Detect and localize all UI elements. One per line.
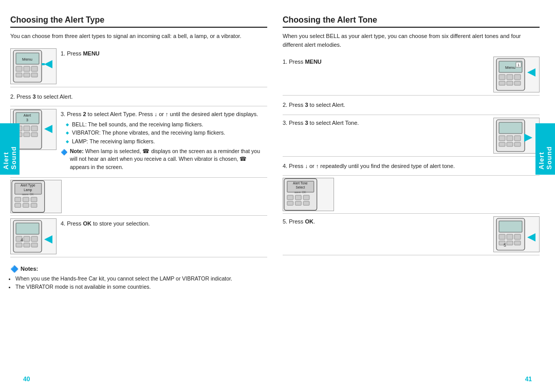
left-notes-title: 🔷 Notes: [10,265,267,273]
note-icon: 🔷 [61,148,68,157]
left-step-3: Alert 3 3 3. Press 2 to select Alert Typ… [10,106,267,178]
svg-text:aave: OK: aave: OK [294,191,306,194]
left-step-4-text: 4. Press OK to store your selection. [61,218,267,229]
bullet-vibrator: VIBRATOR: The phone vibrates, and the re… [66,129,267,137]
left-lamp-phone: Alert Type Lamp aave: OK [10,180,62,213]
svg-rect-79 [507,234,513,239]
svg-marker-64 [524,134,532,142]
svg-text:Alert Tone: Alert Tone [293,181,308,185]
svg-rect-51 [507,81,513,85]
left-note-2: The VIBRATOR mode is not available in so… [15,283,267,291]
svg-rect-29 [23,197,29,202]
svg-rect-62 [507,142,513,146]
right-step-3-text: 3. Press 3 to select Alert Tone. [283,118,489,128]
right-section-title: Choosing the Alert Tone [283,15,540,28]
right-step-5: 5. Press OK. 5 [283,214,540,255]
svg-rect-80 [514,234,521,239]
svg-text:Lamp: Lamp [24,188,32,192]
svg-rect-70 [287,195,293,200]
svg-text:aave: OK: aave: OK [22,193,34,196]
right-step-1-text: 1. Press MENU [283,57,489,67]
svg-rect-35 [16,223,39,234]
right-step-5-image: 5 [493,216,540,252]
left-step-1: Menu 1. Press MENU [10,46,267,87]
svg-marker-85 [527,233,535,241]
svg-rect-17 [31,126,38,131]
svg-rect-47 [499,74,505,80]
left-step-3-text: 3. Press 2 to select Alert Type. Press ↓… [61,109,267,175]
left-page-number: 40 [23,376,30,383]
svg-text:Alert: Alert [24,114,31,117]
svg-text:Menu: Menu [22,57,32,62]
svg-rect-48 [507,74,513,80]
side-tab-left: Alert Sound [0,123,20,175]
right-section-intro: When you select BELL as your alert type,… [283,32,540,49]
svg-rect-33 [31,203,37,208]
svg-rect-59 [507,136,513,141]
svg-rect-73 [287,201,293,206]
svg-rect-71 [295,195,302,200]
svg-rect-37 [24,236,30,241]
svg-text:4: 4 [21,237,23,242]
svg-text:Menu: Menu [505,65,515,70]
svg-rect-57 [499,122,522,134]
notes-icon: 🔷 [10,265,18,273]
svg-rect-5 [31,66,38,71]
left-section-intro: You can choose from three alert types to… [10,32,267,41]
right-step-3-image [493,118,540,154]
svg-rect-19 [24,133,30,137]
svg-text:Alert Type: Alert Type [21,183,35,188]
right-alert-tone-phone: Alert Tone Select aave: OK [283,178,334,211]
svg-rect-31 [15,203,21,208]
svg-rect-78 [499,234,505,239]
columns-container: Choosing the Alert Type You can choose f… [0,0,555,392]
svg-text:Select: Select [295,185,305,189]
svg-rect-30 [31,197,37,202]
svg-rect-20 [31,133,38,137]
svg-text:3: 3 [26,118,28,122]
note-text: Note: When lamp is selected, ☎ displays … [70,147,267,172]
right-step-4-text: 4. Press ↓ or ↑ repeatedly until you fin… [283,159,540,173]
svg-rect-6 [16,73,22,77]
left-step-1-text: 1. Press MENU [61,48,267,59]
left-notes: 🔷 Notes: When you use the Hands-free Car… [10,262,267,294]
left-step-2-text: 2. Press 3 to select Alert. [10,90,267,104]
svg-rect-40 [24,243,30,247]
right-step-2-text: 2. Press 3 to select Alert. [283,98,540,112]
svg-rect-38 [31,236,38,241]
left-notes-list: When you use the Hands-free Car kit, you… [15,275,267,291]
right-step-5-text: 5. Press OK. [283,216,489,227]
svg-marker-55 [527,68,535,77]
svg-rect-49 [514,74,521,80]
bullet-lamp: LAMP: The receiving lamp flickers. [66,138,267,145]
right-column: Choosing the Alert Tone When you select … [283,15,540,377]
side-tab-right: Alert Sound [535,123,555,175]
right-alert-tone-image: Alert Tone Select aave: OK [283,176,540,214]
svg-rect-41 [31,243,38,247]
svg-rect-82 [507,241,513,245]
svg-rect-10 [42,63,45,65]
svg-rect-74 [295,201,302,206]
left-step-3-bullets: BELL: The bell sounds, and the receiving… [66,121,267,145]
page-container: Alert Sound Alert Sound Choosing the Ale… [0,0,555,392]
right-step-1: 1. Press MENU Menu [283,54,540,96]
svg-rect-83 [514,241,521,245]
left-step-2: 2. Press 3 to select Alert. [10,87,267,107]
left-note-1: When you use the Hands-free Car kit, you… [15,275,267,283]
right-step-4: 4. Press ↓ or ↑ repeatedly until you fin… [283,157,540,176]
svg-rect-3 [16,66,22,71]
left-step-1-image: Menu [10,48,57,84]
right-page-number: 41 [525,376,532,383]
svg-rect-4 [24,66,30,71]
left-step-3-note: 🔷 Note: When lamp is selected, ☎ display… [61,147,267,172]
left-step-4: 4 4. Press OK to store your selection. [10,216,267,257]
svg-text:1: 1 [517,63,520,67]
svg-rect-58 [499,136,505,141]
svg-rect-63 [514,142,521,146]
svg-rect-7 [24,73,30,77]
bullet-bell: BELL: The bell sounds, and the receiving… [66,121,267,128]
svg-rect-61 [499,142,505,146]
svg-marker-22 [44,125,52,133]
left-section-title: Choosing the Alert Type [10,15,267,28]
svg-rect-52 [514,81,521,85]
